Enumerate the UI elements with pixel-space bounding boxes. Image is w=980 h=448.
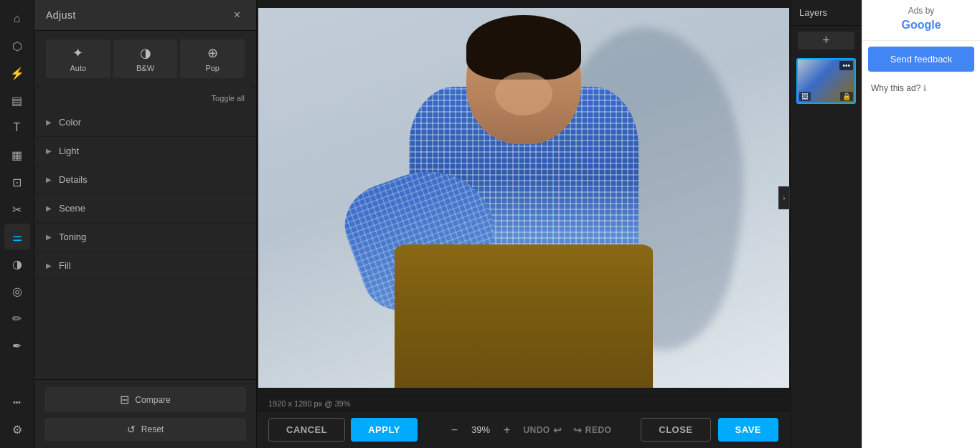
apply-button[interactable]: APPLY [351,418,418,442]
accordion-fill-label: Fill [59,260,71,271]
layer-lock-icon: 🔒 [840,92,853,101]
bottom-left: CANCEL APPLY [268,418,418,442]
save-button[interactable]: SAVE [718,418,778,442]
chevron-icon-fill: ▶ [46,262,52,270]
redo-label: REDO [585,425,612,435]
send-feedback-button[interactable]: Send feedback [868,47,974,72]
accordion-header-color[interactable]: ▶ Color [34,108,256,136]
undo-redo-controls: UNDO ↩ ↪ REDO [523,424,611,436]
layer-type-icon: 🖼 [799,92,811,101]
layers-title: Layers [799,7,827,18]
undo-icon: ↩ [553,424,562,436]
adjust-title: Adjust [46,9,76,21]
reset-button[interactable]: ↺ Reset [44,418,246,441]
bottom-right: CLOSE SAVE [641,418,778,442]
zoom-out-button[interactable]: − [447,422,462,438]
canvas-status-text: 1920 x 1280 px @ 39% [268,399,351,408]
tool-home[interactable]: ⌂ [4,6,30,32]
compare-icon: ⊟ [120,393,129,406]
redo-icon: ↪ [573,424,583,436]
redo-button[interactable]: ↪ REDO [573,424,611,436]
tool-text[interactable]: T [4,115,30,140]
accordion-color: ▶ Color [34,108,256,137]
tool-selection[interactable]: ⬡ [4,33,30,59]
ads-by-label: Ads by [908,6,935,16]
chevron-icon-scene: ▶ [46,204,52,212]
main-area: › 1920 x 1280 px @ 39% CANCEL APPLY − 39… [257,0,790,448]
accordion-header-light[interactable]: ▶ Light [34,137,256,165]
bw-button[interactable]: ◑ B&W [113,39,178,78]
ads-panel: Ads by Google Send feedback Why this ad?… [862,0,980,448]
tool-crop[interactable]: ⊡ [4,169,30,195]
close-button[interactable]: CLOSE [641,418,710,442]
accordion-header-fill[interactable]: ▶ Fill [34,252,256,280]
accordion-light: ▶ Light [34,137,256,166]
adjust-header: Adjust × [34,0,256,31]
reset-icon: ↺ [127,424,136,435]
cancel-button[interactable]: CANCEL [268,418,345,442]
reset-label: Reset [141,424,164,434]
adjust-close-button[interactable]: × [230,7,245,23]
auto-icon: ✦ [72,45,83,61]
collapse-layers-arrow[interactable]: › [778,186,790,209]
toggle-all-button[interactable]: Toggle all [212,94,245,103]
layer-menu-button[interactable]: ••• [839,61,853,70]
layers-panel: Layers + ••• 🖼 🔒 [790,0,862,448]
accordion-list: ▶ Color ▶ Light ▶ Details ▶ Scene ▶ [34,105,256,379]
accordion-scene-label: Scene [59,203,85,214]
layer-actions: ••• [839,61,853,70]
compare-button[interactable]: ⊟ Compare [44,387,246,412]
bw-icon: ◑ [140,45,151,61]
tool-settings[interactable]: ⚙ [4,416,30,442]
compare-label: Compare [135,395,170,405]
info-icon[interactable]: ℹ [923,84,926,93]
accordion-details-label: Details [59,174,88,185]
bw-label: B&W [136,64,154,72]
why-this-ad: Why this ad? ℹ [862,77,980,99]
tool-pen[interactable]: ✒ [4,333,30,358]
tool-half-circle[interactable]: ◑ [4,251,30,277]
status-bar: 1920 x 1280 px @ 39% [257,396,790,411]
accordion-color-label: Color [59,117,81,128]
zoom-control: − 39% + [447,422,515,438]
accordion-header-scene[interactable]: ▶ Scene [34,194,256,222]
layer-thumbnail[interactable]: ••• 🖼 🔒 [796,58,856,104]
accordion-header-details[interactable]: ▶ Details [34,166,256,194]
auto-label: Auto [70,64,87,72]
undo-button[interactable]: UNDO ↩ [523,424,562,436]
chevron-icon: ▶ [46,118,52,126]
tool-more[interactable]: ••• [4,389,30,415]
pop-button[interactable]: ⊕ Pop [180,39,245,78]
accordion-toning-label: Toning [59,232,86,242]
tool-brush[interactable]: ✏ [4,305,30,331]
chevron-icon-toning: ▶ [46,233,52,241]
zoom-in-button[interactable]: + [499,422,514,438]
canvas-wrapper[interactable]: › [257,0,790,396]
why-this-ad-label: Why this ad? [871,83,920,93]
ads-google-brand: Google [871,16,971,34]
panel-bottom: ⊟ Compare ↺ Reset [34,379,256,448]
accordion-scene: ▶ Scene [34,194,256,223]
photo-canvas [258,8,789,388]
accordion-header-toning[interactable]: ▶ Toning [34,223,256,251]
left-toolbar: ⌂ ⬡ ⚡ ▤ T ▦ ⊡ ✂ ⚌ ◑ ◎ ✏ ✒ ••• ⚙ [0,0,34,448]
adjust-panel: Adjust × ✦ Auto ◑ B&W ⊕ Pop Toggle all ▶… [34,0,257,448]
layers-add-button[interactable]: + [798,32,854,49]
ads-header: Ads by Google [862,0,980,41]
tool-scissors[interactable]: ✂ [4,196,30,222]
undo-label: UNDO [523,425,550,435]
tool-spiral[interactable]: ◎ [4,278,30,304]
layers-header: Layers [791,0,862,26]
layer-icons-row: 🖼 🔒 [799,92,853,101]
bottom-center: − 39% + UNDO ↩ ↪ REDO [447,422,612,438]
pop-label: Pop [205,64,220,72]
tool-lightning[interactable]: ⚡ [4,60,30,86]
accordion-light-label: Light [59,146,79,156]
tool-sliders[interactable]: ⚌ [4,224,30,249]
zoom-value: 39% [468,424,494,435]
accordion-fill: ▶ Fill [34,252,256,280]
tool-layers[interactable]: ▤ [4,87,30,113]
tool-texture[interactable]: ▦ [4,142,30,168]
quick-actions: ✦ Auto ◑ B&W ⊕ Pop [34,31,256,87]
auto-button[interactable]: ✦ Auto [46,39,110,78]
